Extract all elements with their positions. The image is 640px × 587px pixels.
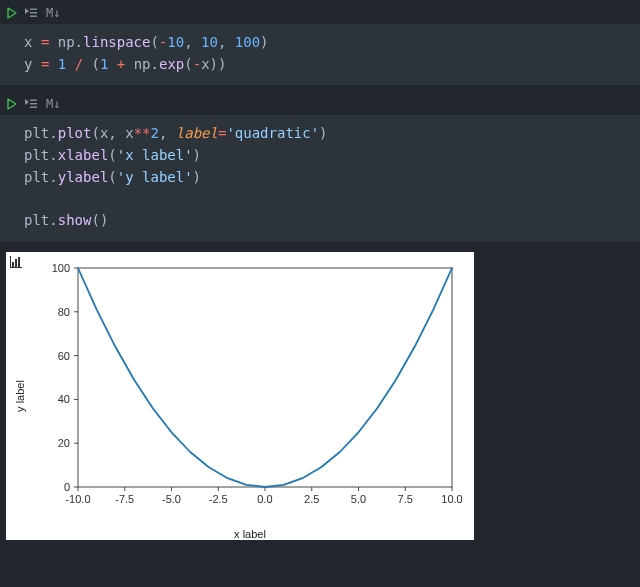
run-cell-icon[interactable] [6, 98, 18, 110]
svg-text:5.0: 5.0 [351, 493, 366, 505]
svg-text:0: 0 [64, 481, 70, 493]
svg-rect-6 [10, 256, 11, 268]
svg-rect-9 [15, 259, 17, 267]
svg-text:-10.0: -10.0 [65, 493, 90, 505]
cell-output: y label 020406080100-10.0-7.5-5.0-2.50.0… [0, 248, 640, 547]
svg-text:2.5: 2.5 [304, 493, 319, 505]
plot-output-panel: y label 020406080100-10.0-7.5-5.0-2.50.0… [6, 252, 474, 540]
svg-rect-3 [30, 100, 37, 101]
svg-rect-8 [12, 262, 14, 267]
bar-chart-icon[interactable] [8, 254, 24, 273]
svg-text:40: 40 [58, 393, 70, 405]
y-axis-label: y label [14, 380, 26, 412]
svg-rect-11 [78, 268, 452, 487]
svg-rect-2 [30, 16, 37, 17]
plot-canvas: 020406080100-10.0-7.5-5.0-2.50.02.55.07.… [30, 256, 470, 521]
code-editor[interactable]: x = np.linspace(-10, 10, 100) y = 1 / (1… [0, 24, 640, 85]
svg-text:10.0: 10.0 [441, 493, 462, 505]
matplotlib-figure: y label 020406080100-10.0-7.5-5.0-2.50.0… [30, 256, 470, 536]
execute-below-icon[interactable] [24, 98, 38, 110]
svg-text:100: 100 [52, 262, 70, 274]
cell-toolbar: M↓ [0, 0, 640, 24]
svg-text:7.5: 7.5 [398, 493, 413, 505]
execute-below-icon[interactable] [24, 7, 38, 19]
cell-toolbar: M↓ [0, 91, 640, 115]
run-cell-icon[interactable] [6, 7, 18, 19]
svg-text:60: 60 [58, 349, 70, 361]
svg-rect-10 [18, 257, 20, 267]
code-editor[interactable]: plt.plot(x, x**2, label='quadratic') plt… [0, 115, 640, 241]
svg-text:80: 80 [58, 306, 70, 318]
svg-rect-0 [30, 9, 37, 10]
svg-text:0.0: 0.0 [257, 493, 272, 505]
markdown-toggle[interactable]: M↓ [46, 6, 60, 20]
svg-rect-1 [30, 12, 37, 13]
code-cell: M↓ plt.plot(x, x**2, label='quadratic') … [0, 91, 640, 241]
svg-text:20: 20 [58, 437, 70, 449]
svg-text:-7.5: -7.5 [115, 493, 134, 505]
svg-rect-4 [30, 103, 37, 104]
x-axis-label: x label [234, 528, 266, 540]
markdown-toggle[interactable]: M↓ [46, 97, 60, 111]
svg-text:-2.5: -2.5 [209, 493, 228, 505]
svg-text:-5.0: -5.0 [162, 493, 181, 505]
code-cell: M↓ x = np.linspace(-10, 10, 100) y = 1 /… [0, 0, 640, 85]
svg-rect-7 [10, 267, 22, 268]
svg-rect-5 [30, 107, 37, 108]
